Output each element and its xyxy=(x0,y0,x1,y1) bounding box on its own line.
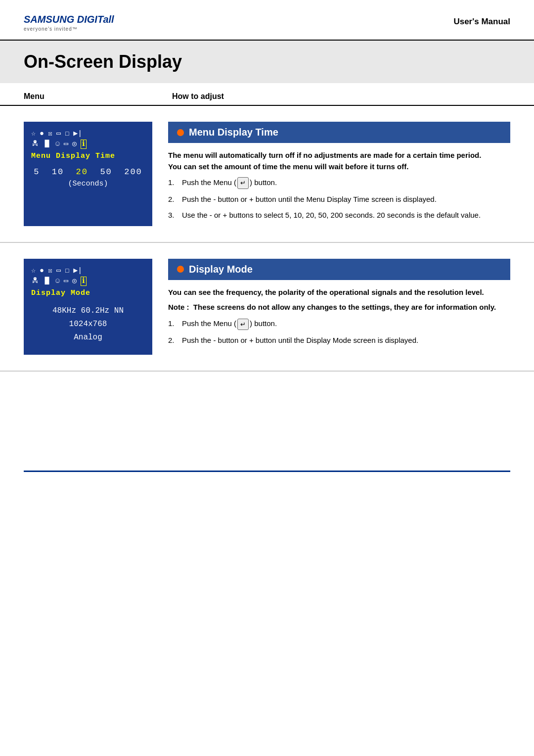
section2-title: Display Mode xyxy=(189,264,253,275)
osd2-icon-circle: ● xyxy=(40,267,44,275)
section-menu-display-time: ☆ ● ☒ ▭ ☐ ▶| 🕱 ▐▌ ☺ ▭ ◎ ℹ Menu Display T… xyxy=(0,106,534,243)
osd-icon-next: ▶| xyxy=(73,130,82,138)
section1-title: Menu Display Time xyxy=(189,127,278,138)
logo-tagline: everyone's invited™ xyxy=(24,26,114,32)
osd-label-1: Menu Display Time xyxy=(31,152,145,160)
section1-step3: 3. Use the - or + buttons to select 5, 1… xyxy=(168,210,510,221)
osd-unit: (Seconds) xyxy=(31,180,145,188)
menu-btn-icon: ↵ xyxy=(237,177,249,189)
section2-dot xyxy=(177,266,184,273)
osd-values: 5 10 20 50 200 xyxy=(31,167,145,177)
section1-desc: The menu will automatically turn off if … xyxy=(168,150,510,172)
osd-icon-position: ▭ xyxy=(56,130,61,138)
osd-icon-circle: ● xyxy=(40,130,44,138)
section1-step2: 2. Push the - button or + button until t… xyxy=(168,194,510,205)
header: SAMSUNG DIGITall everyone's invited™ Use… xyxy=(0,0,534,41)
osd2-line2: 1024x768 xyxy=(31,318,145,331)
section1-step1: 1. Push the Menu (↵) button. xyxy=(168,177,510,189)
osd-icon-info-highlighted: ℹ xyxy=(81,140,87,149)
osd2-icon-2e: ◎ xyxy=(72,278,77,285)
osd2-icon-position: ▭ xyxy=(56,267,61,275)
section2-instructions: 1. Push the Menu (↵) button. 2. Push the… xyxy=(168,318,510,346)
column-headers: Menu How to adjust xyxy=(0,83,534,106)
osd-active-value: 20 xyxy=(76,167,88,177)
menu-btn-icon-2: ↵ xyxy=(237,319,249,331)
logo-area: SAMSUNG DIGITall everyone's invited™ xyxy=(24,14,114,32)
section2-content: Display Mode You can see the frequency, … xyxy=(168,259,510,355)
footer-space xyxy=(0,372,534,461)
osd-icon-2b: ▐▌ xyxy=(43,141,51,148)
osd-icon-save: ☐ xyxy=(65,130,69,138)
osd2-icon-screen: ☒ xyxy=(48,267,52,275)
osd-icon-2e: ◎ xyxy=(72,141,77,148)
osd2-line3: Analog xyxy=(31,331,145,344)
osd2-icon-2a: 🕱 xyxy=(31,278,39,285)
samsung-logo: SAMSUNG DIGITall xyxy=(24,14,114,25)
section2-title-bar: Display Mode xyxy=(168,259,510,280)
col-adjust-label: How to adjust xyxy=(172,92,510,101)
osd2-icons-row2: 🕱 ▐▌ ☺ ▭ ◎ ℹ xyxy=(31,277,145,286)
osd-panel-2: ☆ ● ☒ ▭ ☐ ▶| 🕱 ▐▌ ☺ ▭ ◎ ℹ Display Mode 4… xyxy=(24,259,152,355)
section2-desc: You can see the frequency, the polarity … xyxy=(168,287,510,298)
osd-icon-2c: ☺ xyxy=(55,141,60,148)
page-title-bar: On-Screen Display xyxy=(0,41,534,83)
footer-line xyxy=(24,471,510,472)
osd-icon-screen: ☒ xyxy=(48,130,52,138)
section2-note: Note : These screens do not allow any ch… xyxy=(168,303,510,311)
section2-step1: 1. Push the Menu (↵) button. xyxy=(168,318,510,330)
osd2-icon-save: ☐ xyxy=(65,267,69,275)
osd-icons-row2: 🕱 ▐▌ ☺ ▭ ◎ ℹ xyxy=(31,140,145,149)
osd2-icon-2d: ▭ xyxy=(64,278,68,285)
page-title: On-Screen Display xyxy=(24,51,510,72)
section-display-mode: ☆ ● ☒ ▭ ☐ ▶| 🕱 ▐▌ ☺ ▭ ◎ ℹ Display Mode 4… xyxy=(0,243,534,372)
section1-content: Menu Display Time The menu will automati… xyxy=(168,122,510,226)
osd-icons-row1: ☆ ● ☒ ▭ ☐ ▶| xyxy=(31,130,145,138)
section1-dot xyxy=(177,129,184,136)
section1-instructions: 1. Push the Menu (↵) button. 2. Push the… xyxy=(168,177,510,221)
section1-title-bar: Menu Display Time xyxy=(168,122,510,143)
osd2-display-values: 48KHz 60.2Hz NN 1024x768 Analog xyxy=(31,304,145,345)
osd-panel-1: ☆ ● ☒ ▭ ☐ ▶| 🕱 ▐▌ ☺ ▭ ◎ ℹ Menu Display T… xyxy=(24,122,152,226)
manual-title: User's Manual xyxy=(453,14,510,27)
osd2-icon-brightness: ☆ xyxy=(31,267,36,275)
osd2-icon-2b: ▐▌ xyxy=(43,278,51,285)
osd-icon-brightness: ☆ xyxy=(31,130,36,138)
osd-icon-2d: ▭ xyxy=(64,141,68,148)
osd2-icon-next: ▶| xyxy=(73,267,82,275)
osd2-label: Display Mode xyxy=(31,289,145,297)
section2-step2: 2. Push the - button or + button until t… xyxy=(168,335,510,346)
osd-icon-2a: 🕱 xyxy=(31,141,39,148)
osd2-icon-info-highlighted: ℹ xyxy=(81,277,87,286)
osd2-line1: 48KHz 60.2Hz NN xyxy=(31,304,145,318)
col-menu-label: Menu xyxy=(24,92,172,101)
osd2-icon-2c: ☺ xyxy=(55,278,60,285)
osd2-icons-row1: ☆ ● ☒ ▭ ☐ ▶| xyxy=(31,267,145,275)
